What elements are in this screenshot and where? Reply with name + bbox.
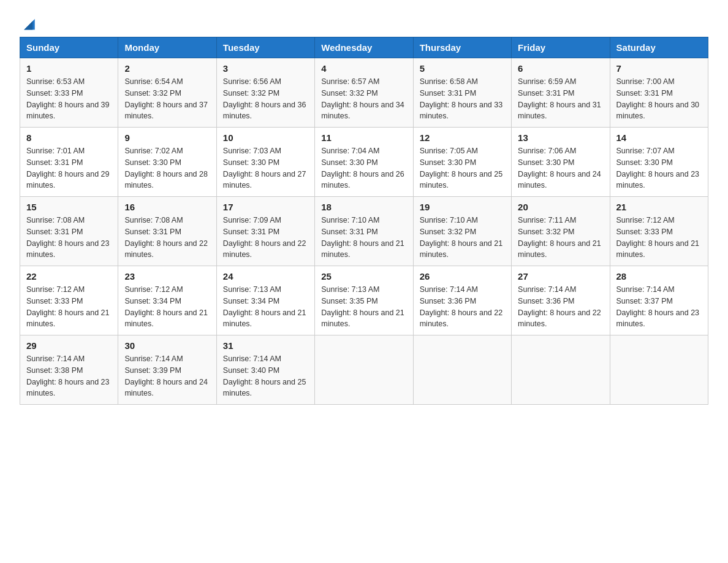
calendar-cell: 20 Sunrise: 7:11 AMSunset: 3:32 PMDaylig… bbox=[512, 197, 610, 266]
calendar-cell: 1 Sunrise: 6:53 AMSunset: 3:33 PMDayligh… bbox=[20, 58, 118, 128]
day-info: Sunrise: 7:07 AMSunset: 3:30 PMDaylight:… bbox=[616, 145, 702, 191]
calendar-cell: 11 Sunrise: 7:04 AMSunset: 3:30 PMDaylig… bbox=[315, 128, 413, 197]
day-number: 28 bbox=[616, 271, 702, 282]
day-info: Sunrise: 6:56 AMSunset: 3:32 PMDaylight:… bbox=[223, 76, 308, 122]
day-number: 29 bbox=[26, 340, 112, 351]
day-info: Sunrise: 7:14 AMSunset: 3:40 PMDaylight:… bbox=[223, 353, 308, 399]
calendar-cell: 2 Sunrise: 6:54 AMSunset: 3:32 PMDayligh… bbox=[118, 58, 216, 128]
day-number: 27 bbox=[518, 271, 603, 282]
calendar-cell: 30 Sunrise: 7:14 AMSunset: 3:39 PMDaylig… bbox=[118, 335, 216, 405]
day-number: 15 bbox=[26, 202, 112, 212]
calendar-cell: 4 Sunrise: 6:57 AMSunset: 3:32 PMDayligh… bbox=[315, 58, 413, 128]
day-number: 3 bbox=[223, 63, 308, 74]
calendar-cell: 28 Sunrise: 7:14 AMSunset: 3:37 PMDaylig… bbox=[610, 266, 708, 335]
day-info: Sunrise: 7:00 AMSunset: 3:31 PMDaylight:… bbox=[616, 76, 702, 122]
header-cell-monday: Monday bbox=[118, 37, 216, 58]
day-number: 16 bbox=[124, 202, 210, 212]
calendar-cell: 19 Sunrise: 7:10 AMSunset: 3:32 PMDaylig… bbox=[413, 197, 511, 266]
calendar-cell: 14 Sunrise: 7:07 AMSunset: 3:30 PMDaylig… bbox=[610, 128, 708, 197]
header-cell-wednesday: Wednesday bbox=[315, 37, 413, 58]
calendar-table: SundayMondayTuesdayWednesdayThursdayFrid… bbox=[20, 37, 708, 405]
day-number: 13 bbox=[518, 132, 603, 143]
day-info: Sunrise: 7:14 AMSunset: 3:39 PMDaylight:… bbox=[124, 353, 210, 399]
day-number: 2 bbox=[124, 63, 210, 74]
day-number: 10 bbox=[223, 132, 308, 143]
day-number: 17 bbox=[223, 202, 308, 212]
logo-triangle-icon bbox=[21, 15, 38, 32]
calendar-cell: 9 Sunrise: 7:02 AMSunset: 3:30 PMDayligh… bbox=[118, 128, 216, 197]
header-cell-friday: Friday bbox=[512, 37, 610, 58]
calendar-cell: 22 Sunrise: 7:12 AMSunset: 3:33 PMDaylig… bbox=[20, 266, 118, 335]
day-number: 30 bbox=[124, 340, 210, 351]
day-number: 21 bbox=[616, 202, 702, 212]
day-number: 5 bbox=[420, 63, 505, 74]
svg-marker-1 bbox=[24, 21, 32, 30]
day-number: 14 bbox=[616, 132, 702, 143]
day-info: Sunrise: 7:10 AMSunset: 3:31 PMDaylight:… bbox=[321, 215, 406, 261]
calendar-body: 1 Sunrise: 6:53 AMSunset: 3:33 PMDayligh… bbox=[20, 58, 708, 405]
calendar-cell: 3 Sunrise: 6:56 AMSunset: 3:32 PMDayligh… bbox=[216, 58, 314, 128]
day-info: Sunrise: 7:08 AMSunset: 3:31 PMDaylight:… bbox=[26, 215, 112, 261]
day-number: 23 bbox=[124, 271, 210, 282]
calendar-week-1: 1 Sunrise: 6:53 AMSunset: 3:33 PMDayligh… bbox=[20, 58, 708, 128]
logo bbox=[20, 15, 38, 27]
day-info: Sunrise: 7:06 AMSunset: 3:30 PMDaylight:… bbox=[518, 145, 603, 191]
calendar-cell bbox=[315, 335, 413, 405]
day-number: 6 bbox=[518, 63, 603, 74]
day-info: Sunrise: 6:53 AMSunset: 3:33 PMDaylight:… bbox=[26, 76, 112, 122]
header-cell-tuesday: Tuesday bbox=[216, 37, 314, 58]
day-number: 11 bbox=[321, 132, 406, 143]
day-info: Sunrise: 7:11 AMSunset: 3:32 PMDaylight:… bbox=[518, 215, 603, 261]
day-number: 26 bbox=[420, 271, 505, 282]
day-info: Sunrise: 7:08 AMSunset: 3:31 PMDaylight:… bbox=[124, 215, 210, 261]
header-cell-sunday: Sunday bbox=[20, 37, 118, 58]
day-number: 7 bbox=[616, 63, 702, 74]
day-info: Sunrise: 7:01 AMSunset: 3:31 PMDaylight:… bbox=[26, 145, 112, 191]
day-info: Sunrise: 7:13 AMSunset: 3:35 PMDaylight:… bbox=[321, 284, 406, 330]
calendar-week-4: 22 Sunrise: 7:12 AMSunset: 3:33 PMDaylig… bbox=[20, 266, 708, 335]
day-info: Sunrise: 7:05 AMSunset: 3:30 PMDaylight:… bbox=[420, 145, 505, 191]
calendar-cell bbox=[610, 335, 708, 405]
calendar-cell: 16 Sunrise: 7:08 AMSunset: 3:31 PMDaylig… bbox=[118, 197, 216, 266]
day-number: 19 bbox=[420, 202, 505, 212]
calendar-week-2: 8 Sunrise: 7:01 AMSunset: 3:31 PMDayligh… bbox=[20, 128, 708, 197]
day-info: Sunrise: 6:59 AMSunset: 3:31 PMDaylight:… bbox=[518, 76, 603, 122]
calendar-week-3: 15 Sunrise: 7:08 AMSunset: 3:31 PMDaylig… bbox=[20, 197, 708, 266]
day-info: Sunrise: 6:58 AMSunset: 3:31 PMDaylight:… bbox=[420, 76, 505, 122]
day-info: Sunrise: 7:14 AMSunset: 3:38 PMDaylight:… bbox=[26, 353, 112, 399]
day-info: Sunrise: 7:04 AMSunset: 3:30 PMDaylight:… bbox=[321, 145, 406, 191]
calendar-cell: 18 Sunrise: 7:10 AMSunset: 3:31 PMDaylig… bbox=[315, 197, 413, 266]
calendar-cell: 31 Sunrise: 7:14 AMSunset: 3:40 PMDaylig… bbox=[216, 335, 314, 405]
day-info: Sunrise: 7:02 AMSunset: 3:30 PMDaylight:… bbox=[124, 145, 210, 191]
calendar-cell: 23 Sunrise: 7:12 AMSunset: 3:34 PMDaylig… bbox=[118, 266, 216, 335]
day-number: 25 bbox=[321, 271, 406, 282]
day-number: 24 bbox=[223, 271, 308, 282]
calendar-cell: 25 Sunrise: 7:13 AMSunset: 3:35 PMDaylig… bbox=[315, 266, 413, 335]
calendar-cell: 21 Sunrise: 7:12 AMSunset: 3:33 PMDaylig… bbox=[610, 197, 708, 266]
day-info: Sunrise: 7:13 AMSunset: 3:34 PMDaylight:… bbox=[223, 284, 308, 330]
calendar-cell: 24 Sunrise: 7:13 AMSunset: 3:34 PMDaylig… bbox=[216, 266, 314, 335]
calendar-cell: 7 Sunrise: 7:00 AMSunset: 3:31 PMDayligh… bbox=[610, 58, 708, 128]
day-info: Sunrise: 7:14 AMSunset: 3:37 PMDaylight:… bbox=[616, 284, 702, 330]
header-cell-thursday: Thursday bbox=[413, 37, 511, 58]
day-info: Sunrise: 7:12 AMSunset: 3:34 PMDaylight:… bbox=[124, 284, 210, 330]
day-info: Sunrise: 7:12 AMSunset: 3:33 PMDaylight:… bbox=[26, 284, 112, 330]
calendar-cell bbox=[413, 335, 511, 405]
calendar-cell: 29 Sunrise: 7:14 AMSunset: 3:38 PMDaylig… bbox=[20, 335, 118, 405]
day-number: 4 bbox=[321, 63, 406, 74]
calendar-cell: 8 Sunrise: 7:01 AMSunset: 3:31 PMDayligh… bbox=[20, 128, 118, 197]
day-info: Sunrise: 7:09 AMSunset: 3:31 PMDaylight:… bbox=[223, 215, 308, 261]
day-info: Sunrise: 6:57 AMSunset: 3:32 PMDaylight:… bbox=[321, 76, 406, 122]
calendar-cell: 27 Sunrise: 7:14 AMSunset: 3:36 PMDaylig… bbox=[512, 266, 610, 335]
calendar-cell: 10 Sunrise: 7:03 AMSunset: 3:30 PMDaylig… bbox=[216, 128, 314, 197]
calendar-cell: 13 Sunrise: 7:06 AMSunset: 3:30 PMDaylig… bbox=[512, 128, 610, 197]
calendar-cell: 5 Sunrise: 6:58 AMSunset: 3:31 PMDayligh… bbox=[413, 58, 511, 128]
day-number: 9 bbox=[124, 132, 210, 143]
header-cell-saturday: Saturday bbox=[610, 37, 708, 58]
calendar-cell: 12 Sunrise: 7:05 AMSunset: 3:30 PMDaylig… bbox=[413, 128, 511, 197]
day-info: Sunrise: 7:03 AMSunset: 3:30 PMDaylight:… bbox=[223, 145, 308, 191]
day-info: Sunrise: 7:14 AMSunset: 3:36 PMDaylight:… bbox=[420, 284, 505, 330]
day-number: 8 bbox=[26, 132, 112, 143]
day-number: 12 bbox=[420, 132, 505, 143]
day-number: 20 bbox=[518, 202, 603, 212]
